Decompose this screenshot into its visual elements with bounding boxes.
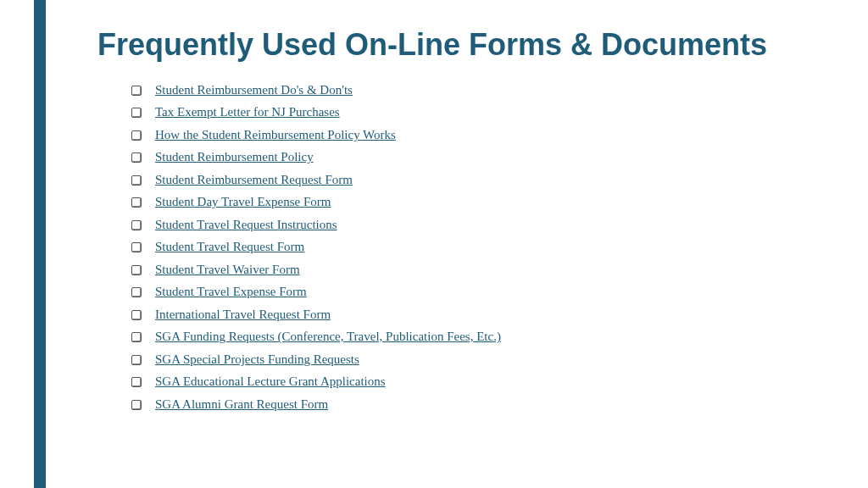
form-link[interactable]: Student Reimbursement Policy: [155, 147, 314, 167]
form-link[interactable]: SGA Special Projects Funding Requests: [155, 350, 359, 369]
list-item: Student Travel Waiver Form: [131, 260, 818, 280]
checkbox-bullet-icon: [131, 377, 142, 387]
form-link[interactable]: Student Reimbursement Do's & Don'ts: [155, 80, 353, 100]
form-link[interactable]: SGA Funding Requests (Conference, Travel…: [155, 327, 501, 347]
list-item: Student Reimbursement Policy: [131, 147, 818, 167]
checkbox-bullet-icon: [131, 175, 142, 186]
list-item: Student Travel Request Form: [131, 237, 818, 257]
list-item: Student Reimbursement Request Form: [131, 170, 818, 190]
checkbox-bullet-icon: [131, 400, 142, 410]
checkbox-bullet-icon: [131, 152, 142, 163]
forms-list: Student Reimbursement Do's & Don'ts Tax …: [97, 80, 818, 414]
checkbox-bullet-icon: [131, 355, 142, 365]
checkbox-bullet-icon: [131, 265, 142, 275]
accent-bar: [34, 0, 46, 488]
checkbox-bullet-icon: [131, 242, 142, 252]
list-item: International Travel Request Form: [131, 305, 818, 324]
list-item: SGA Educational Lecture Grant Applicatio…: [131, 372, 818, 391]
list-item: SGA Special Projects Funding Requests: [131, 350, 818, 369]
content-area: Frequently Used On-Line Forms & Document…: [97, 25, 818, 417]
list-item: SGA Funding Requests (Conference, Travel…: [131, 327, 818, 347]
form-link[interactable]: Student Travel Request Instructions: [155, 215, 337, 235]
checkbox-bullet-icon: [131, 310, 142, 320]
checkbox-bullet-icon: [131, 287, 142, 297]
list-item: SGA Alumni Grant Request Form: [131, 395, 818, 414]
checkbox-bullet-icon: [131, 130, 142, 141]
form-link[interactable]: International Travel Request Form: [155, 305, 331, 324]
form-link[interactable]: How the Student Reimbursement Policy Wor…: [155, 125, 396, 145]
page-title: Frequently Used On-Line Forms & Document…: [97, 25, 818, 65]
form-link[interactable]: Student Day Travel Expense Form: [155, 192, 331, 212]
checkbox-bullet-icon: [131, 197, 142, 208]
list-item: Student Reimbursement Do's & Don'ts: [131, 80, 818, 100]
checkbox-bullet-icon: [131, 220, 142, 230]
list-item: Student Day Travel Expense Form: [131, 192, 818, 212]
form-link[interactable]: Student Reimbursement Request Form: [155, 170, 353, 190]
form-link[interactable]: Student Travel Expense Form: [155, 282, 307, 302]
checkbox-bullet-icon: [131, 108, 142, 118]
list-item: Student Travel Request Instructions: [131, 215, 818, 235]
form-link[interactable]: Tax Exempt Letter for NJ Purchases: [155, 103, 340, 122]
form-link[interactable]: Student Travel Request Form: [155, 237, 304, 257]
checkbox-bullet-icon: [131, 86, 142, 96]
form-link[interactable]: SGA Alumni Grant Request Form: [155, 395, 328, 414]
form-link[interactable]: Student Travel Waiver Form: [155, 260, 300, 280]
list-item: Student Travel Expense Form: [131, 282, 818, 302]
form-link[interactable]: SGA Educational Lecture Grant Applicatio…: [155, 372, 386, 391]
list-item: Tax Exempt Letter for NJ Purchases: [131, 103, 818, 122]
list-item: How the Student Reimbursement Policy Wor…: [131, 125, 818, 145]
checkbox-bullet-icon: [131, 332, 142, 342]
